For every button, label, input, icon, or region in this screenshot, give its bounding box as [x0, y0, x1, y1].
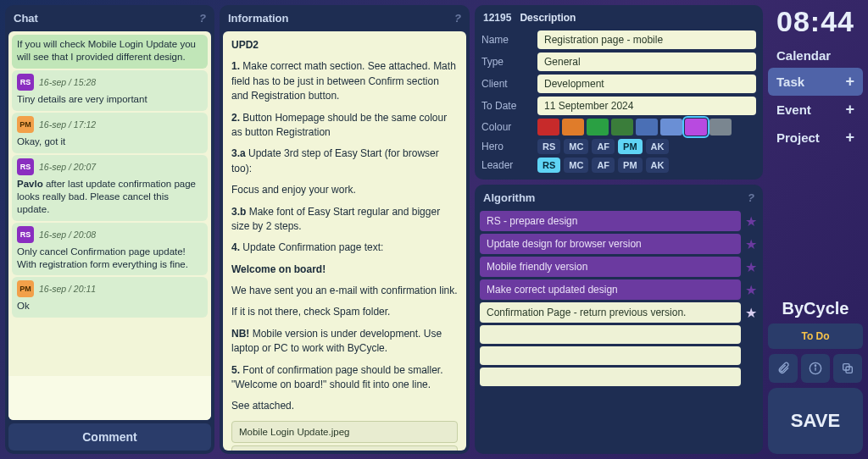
nav-task[interactable]: Task+ [768, 68, 863, 96]
hero-row-option[interactable]: RS [537, 139, 560, 154]
colour-swatches [537, 119, 756, 135]
label-name: Name [481, 34, 532, 46]
todo-button[interactable]: To Do [768, 324, 863, 349]
nav-label: Event [776, 102, 811, 117]
copy-icon[interactable] [833, 354, 862, 383]
nav-label: Project [776, 130, 820, 145]
chat-message: PM16-sep / 17:12Okay, got it [12, 113, 208, 153]
plus-icon[interactable]: + [845, 73, 854, 91]
colour-swatch[interactable] [611, 119, 633, 135]
leader-row-option[interactable]: PM [618, 158, 643, 173]
task-id: 12195 [483, 12, 511, 24]
chat-timestamp: 16-sep / 15:28 [39, 77, 96, 87]
algorithm-step[interactable]: Confirmation Page - return previous vers… [480, 302, 741, 323]
algorithm-header: Algorithm ? [475, 185, 763, 211]
avatar: RS [17, 226, 34, 243]
chat-title: Chat [14, 12, 38, 25]
colour-swatch[interactable] [587, 119, 609, 135]
chat-body: If you will check Mobile Login Update yo… [8, 31, 211, 420]
algorithm-row: RS - prepare design★ [480, 211, 758, 231]
colour-swatch[interactable] [537, 119, 559, 135]
help-icon[interactable]: ? [748, 191, 754, 204]
label-client: Client [481, 78, 532, 90]
label-type: Type [481, 56, 532, 68]
chat-text: Pavlo after last update confirmation pag… [17, 178, 203, 216]
algorithm-row [480, 325, 758, 344]
leader-row-option[interactable]: AK [646, 158, 670, 173]
algorithm-row [480, 368, 758, 386]
leader-row-option[interactable]: RS [537, 158, 560, 173]
star-icon[interactable]: ★ [744, 259, 758, 275]
attachment-row[interactable]: Mobile Login Update.jpeg [231, 421, 458, 444]
avatar: PM [17, 116, 34, 133]
hero-row-option[interactable]: PM [618, 139, 643, 154]
comment-button[interactable]: Comment [8, 423, 211, 451]
info-body[interactable]: UPD21. Make correct math section. See at… [223, 31, 466, 451]
description-header: 12195 Description [475, 5, 763, 30]
mid-column: 12195 Description Name Registration page… [475, 5, 763, 454]
hero-row-option[interactable]: AF [592, 139, 615, 154]
icon-row [768, 354, 863, 383]
colour-swatch[interactable] [636, 119, 658, 135]
colour-swatch[interactable] [562, 119, 584, 135]
attach-icon[interactable] [769, 354, 798, 383]
help-icon[interactable]: ? [454, 12, 461, 25]
field-type[interactable]: General [537, 53, 756, 71]
nav-project[interactable]: Project+ [768, 124, 863, 152]
star-icon[interactable]: ★ [744, 213, 758, 230]
algorithm-title: Algorithm [483, 191, 535, 204]
leader-row-option[interactable]: AF [592, 158, 615, 173]
info-icon[interactable] [801, 354, 830, 383]
chat-input[interactable] [8, 376, 211, 420]
algorithm-body: RS - prepare design★Update design for br… [475, 211, 763, 391]
algorithm-panel: Algorithm ? RS - prepare design★Update d… [475, 185, 763, 454]
field-name[interactable]: Registration page - mobile [537, 30, 756, 49]
chat-message: RS16-sep / 20:08Only cancel Confirmation… [12, 223, 208, 276]
chat-text: Only cancel Confirmation page update! Wi… [17, 246, 203, 271]
field-todate[interactable]: 11 September 2024 [537, 97, 756, 115]
colour-swatch[interactable] [660, 119, 682, 135]
info-panel: Information ? UPD21. Make correct math s… [220, 5, 470, 454]
chat-timestamp: 16-sep / 17:12 [39, 119, 96, 130]
save-button[interactable]: SAVE [768, 388, 863, 454]
algorithm-step[interactable] [480, 368, 741, 386]
plus-icon[interactable]: + [845, 101, 854, 119]
algorithm-step[interactable] [480, 325, 741, 344]
label-colour: Colour [481, 121, 532, 133]
hero-row-option[interactable]: MC [564, 139, 588, 154]
leader-row-option[interactable]: MC [564, 158, 588, 173]
info-header: Information ? [220, 5, 470, 31]
algorithm-step[interactable]: RS - prepare design [480, 211, 741, 231]
chat-text: Okay, got it [17, 135, 203, 148]
field-client[interactable]: Development [537, 75, 756, 93]
label-todate: To Date [481, 100, 532, 112]
chat-scroll[interactable]: If you will check Mobile Login Update yo… [8, 31, 211, 376]
star-icon[interactable]: ★ [744, 305, 758, 321]
nav-event[interactable]: Event+ [768, 96, 863, 124]
brand: ByCycle [768, 299, 863, 318]
star-icon[interactable]: ★ [744, 236, 758, 252]
algorithm-step[interactable]: Mobile friendly version [480, 257, 741, 277]
algorithm-step[interactable]: Update design for browser version [480, 234, 741, 254]
star-icon[interactable]: ★ [744, 282, 758, 298]
description-title: Description [520, 12, 576, 24]
attachment-row[interactable]: Confirmation page update.jpeg [231, 445, 458, 451]
nav-calendar[interactable]: Calendar [768, 43, 863, 68]
algorithm-row [480, 346, 758, 365]
clock: 08:44 [768, 5, 863, 38]
chat-message: If you will check Mobile Login Update yo… [12, 35, 208, 69]
hero-row-option[interactable]: AK [646, 139, 670, 154]
colour-swatch[interactable] [709, 119, 732, 135]
colour-swatch[interactable] [685, 119, 707, 135]
nav-label: Calendar [776, 48, 831, 63]
chat-text: Tiny details are very important [17, 93, 203, 106]
chat-timestamp: 16-sep / 20:08 [39, 230, 96, 240]
hero-row: RSMCAFPMAK [537, 139, 756, 154]
plus-icon[interactable]: + [845, 129, 854, 147]
leader-row: RSMCAFPMAK [537, 158, 756, 173]
algorithm-step[interactable]: Make correct updated design [480, 279, 741, 300]
algorithm-step[interactable] [480, 346, 741, 365]
chat-message: RS16-sep / 15:28Tiny details are very im… [12, 70, 208, 111]
description-panel: 12195 Description Name Registration page… [475, 5, 763, 180]
help-icon[interactable]: ? [199, 12, 206, 25]
